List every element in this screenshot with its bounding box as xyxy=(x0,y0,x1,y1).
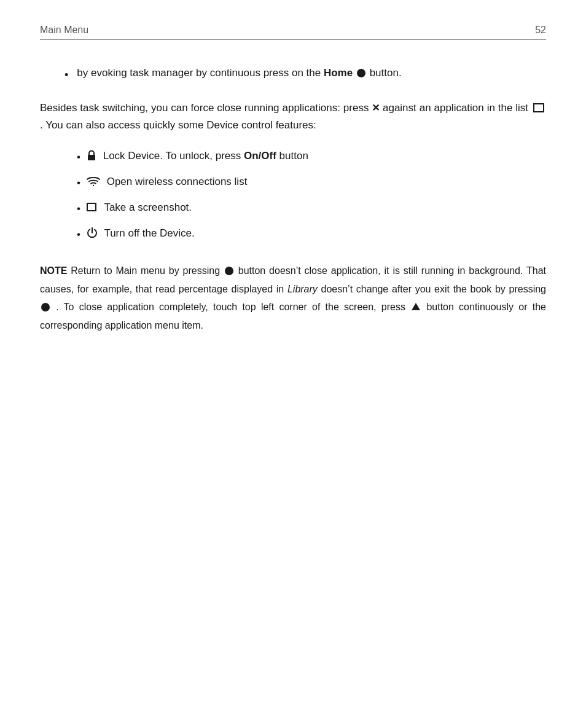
paragraph1-part2: against an application in the list xyxy=(383,102,528,114)
triangle-icon xyxy=(412,303,420,310)
lock-text-after: button xyxy=(279,150,308,162)
lock-item-content: Lock Device. To unlock, press On/Off but… xyxy=(87,147,546,165)
note-circle-icon xyxy=(225,267,233,275)
onoff-bold: On/Off xyxy=(244,150,276,162)
note-label: NOTE xyxy=(40,265,67,276)
note-circle-icon-2 xyxy=(41,303,50,311)
bullet-dot-screenshot: • xyxy=(77,200,80,217)
feature-list: • Lock Device. To unlock, press On/Off b… xyxy=(40,147,546,243)
power-icon xyxy=(87,227,98,238)
main-content: • by evoking task manager by continuous … xyxy=(40,65,546,334)
note-text-1: Return to Main menu by pressing xyxy=(71,265,224,276)
list-item-power: • Turn off the Device. xyxy=(40,225,546,243)
bullet-dot-wifi: • xyxy=(77,174,80,192)
svg-point-1 xyxy=(93,185,94,186)
home-bold-text: Home xyxy=(324,67,356,79)
bullet-marker: • xyxy=(64,66,68,85)
svg-rect-0 xyxy=(88,155,95,160)
list-item-screenshot: • Take a screenshot. xyxy=(40,199,546,217)
power-text: Turn off the Device. xyxy=(104,227,194,239)
paragraph1-part3: . You can also access quickly some Devic… xyxy=(40,119,316,131)
lock-text-before: Lock Device. To unlock, press xyxy=(103,150,244,162)
power-item-content: Turn off the Device. xyxy=(87,225,546,242)
note-text-4: . To close application completely, touch… xyxy=(56,302,405,312)
home-suffix-text: button. xyxy=(370,67,402,79)
bullet-dot-power: • xyxy=(77,226,80,243)
page-number: 52 xyxy=(535,25,546,36)
screenshot-icon xyxy=(87,203,96,211)
wifi-icon xyxy=(87,176,100,186)
page-title: Main Menu xyxy=(40,25,88,36)
wifi-text: Open wireless connections list xyxy=(107,176,248,187)
page: Main Menu 52 • by evoking task manager b… xyxy=(0,0,586,728)
note-text-3: doesn’t change after you exit the book b… xyxy=(321,284,546,294)
bullet-dot-lock: • xyxy=(77,149,80,166)
screenshot-text: Take a screenshot. xyxy=(104,202,192,213)
bullet-text: by evoking task manager by continuous pr… xyxy=(77,65,546,82)
list-item-wifi: • Open wireless connections list xyxy=(40,173,546,192)
screenshot-item-content: Take a screenshot. xyxy=(87,199,546,216)
force-close-paragraph: Besides task switching, you can force cl… xyxy=(40,100,546,134)
list-item-lock: • Lock Device. To unlock, press On/Off b… xyxy=(40,147,546,166)
x-icon: ✕ xyxy=(372,103,383,113)
paragraph1-part1: Besides task switching, you can force cl… xyxy=(40,102,369,114)
list-item: • by evoking task manager by continuous … xyxy=(40,65,546,85)
wifi-item-content: Open wireless connections list xyxy=(87,173,546,190)
lock-icon xyxy=(87,150,96,161)
home-circle-icon xyxy=(357,69,365,77)
bullet-intro-text: by evoking task manager by continuous pr… xyxy=(77,67,321,79)
note-library-text: Library xyxy=(287,284,318,294)
note-section: NOTE Return to Main menu by pressing but… xyxy=(40,262,546,334)
page-header: Main Menu 52 xyxy=(40,25,546,40)
list-inline-icon xyxy=(533,103,544,112)
